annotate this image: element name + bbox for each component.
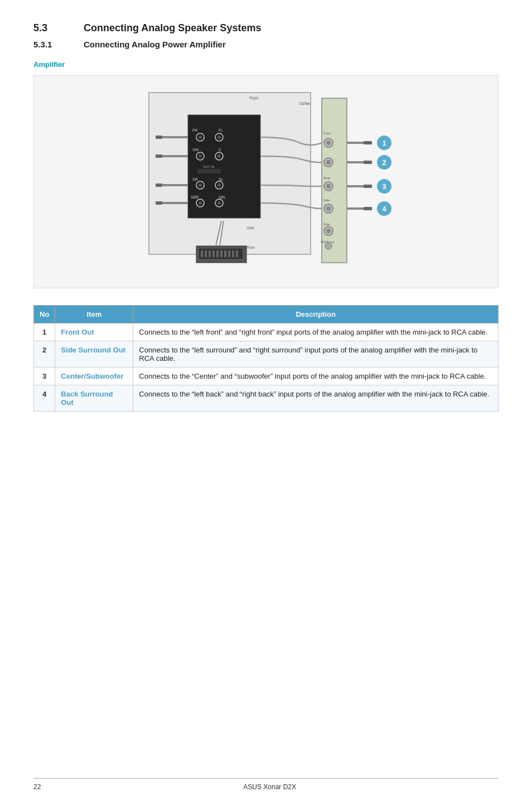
svg-rect-75 bbox=[201, 250, 203, 257]
svg-point-50 bbox=[326, 229, 331, 233]
svg-point-13 bbox=[217, 154, 221, 158]
cell-description: Connects to the “left surround” and “rig… bbox=[133, 341, 499, 368]
svg-rect-78 bbox=[212, 250, 215, 257]
svg-text:Side: Side bbox=[323, 199, 330, 202]
svg-text:SL: SL bbox=[219, 177, 224, 181]
info-table: No Item Description 1Front OutConnects t… bbox=[33, 305, 499, 412]
amplifier-diagram: FR FL SW C EXT IN SR SL SBR SBL bbox=[110, 87, 422, 277]
cell-item: Front Out bbox=[55, 323, 133, 341]
footer-product-name: ASUS Xonar D2X bbox=[243, 783, 296, 791]
svg-text:1: 1 bbox=[382, 139, 386, 147]
svg-rect-35 bbox=[156, 201, 162, 205]
svg-point-25 bbox=[199, 201, 202, 205]
svg-text:Right: Right bbox=[249, 96, 258, 100]
svg-text:SBL: SBL bbox=[219, 195, 226, 199]
col-header-no: No bbox=[34, 306, 55, 323]
table-row: 1Front OutConnects to the “left front” a… bbox=[34, 323, 499, 341]
svg-text:C: C bbox=[219, 148, 221, 152]
svg-point-21 bbox=[217, 183, 221, 187]
footer-page-number: 22 bbox=[33, 783, 41, 791]
section-number: 5.3 bbox=[33, 22, 67, 34]
cell-no: 4 bbox=[34, 385, 55, 412]
cell-description: Connects to the “left front” and “right … bbox=[133, 323, 499, 341]
svg-point-41 bbox=[326, 160, 331, 165]
diagram-container: FR FL SW C EXT IN SR SL SBR SBL bbox=[33, 75, 499, 288]
cell-no: 3 bbox=[34, 368, 55, 385]
svg-point-47 bbox=[326, 206, 331, 211]
svg-rect-82 bbox=[228, 250, 230, 257]
svg-text:2: 2 bbox=[382, 158, 386, 167]
svg-point-7 bbox=[217, 136, 221, 139]
svg-rect-56 bbox=[364, 161, 372, 164]
col-header-description: Description bbox=[133, 306, 499, 323]
svg-rect-80 bbox=[220, 250, 223, 257]
subsection-number: 5.3.1 bbox=[33, 40, 67, 49]
amplifier-label: Amplifier bbox=[33, 60, 499, 69]
svg-text:Rear: Rear bbox=[323, 223, 330, 226]
svg-rect-76 bbox=[205, 250, 207, 257]
section-header: 5.3 Connecting Analog Speaker Systems bbox=[33, 22, 499, 34]
cell-no: 2 bbox=[34, 341, 55, 368]
svg-text:SBR: SBR bbox=[191, 195, 199, 199]
cell-no: 1 bbox=[34, 323, 55, 341]
svg-text:Rear: Rear bbox=[246, 245, 255, 249]
table-row: 2Side Surround OutConnects to the “left … bbox=[34, 341, 499, 368]
subsection-title: Connecting Analog Power Amplifier bbox=[84, 40, 226, 49]
svg-rect-81 bbox=[224, 250, 226, 257]
svg-rect-33 bbox=[156, 183, 162, 187]
svg-rect-58 bbox=[364, 185, 372, 188]
svg-text:Front: Front bbox=[323, 132, 331, 135]
svg-text:FR: FR bbox=[192, 128, 197, 132]
svg-text:Side: Side bbox=[246, 226, 254, 230]
footer-bar: 22 ASUS Xonar D2X bbox=[33, 778, 499, 791]
svg-rect-15 bbox=[198, 170, 220, 173]
svg-point-27 bbox=[217, 201, 221, 205]
svg-text:SR: SR bbox=[192, 177, 198, 181]
table-row: 4Back Surround OutConnects to the “left … bbox=[34, 385, 499, 412]
svg-rect-60 bbox=[364, 207, 372, 210]
table-row: 3Center/SubwooferConnects to the “Center… bbox=[34, 368, 499, 385]
svg-rect-77 bbox=[209, 250, 211, 257]
svg-rect-29 bbox=[156, 136, 162, 139]
svg-point-39 bbox=[326, 141, 331, 145]
col-header-item: Item bbox=[55, 306, 133, 323]
svg-text:3: 3 bbox=[382, 182, 386, 191]
section-title: Connecting Analog Speaker Systems bbox=[84, 22, 261, 34]
svg-point-19 bbox=[199, 183, 202, 187]
cell-description: Connects to the “Center” and “subwoofer”… bbox=[133, 368, 499, 385]
svg-rect-54 bbox=[364, 141, 372, 144]
svg-rect-84 bbox=[236, 250, 238, 257]
svg-point-44 bbox=[326, 184, 331, 189]
svg-text:SW: SW bbox=[192, 148, 199, 152]
svg-rect-79 bbox=[216, 250, 219, 257]
svg-point-52 bbox=[325, 243, 332, 249]
svg-text:4: 4 bbox=[382, 205, 386, 213]
subsection-header: 5.3.1 Connecting Analog Power Amplifier bbox=[33, 40, 499, 49]
svg-text:EXT IN: EXT IN bbox=[204, 165, 214, 168]
cell-description: Connects to the “left back” and “right b… bbox=[133, 385, 499, 412]
svg-rect-31 bbox=[156, 154, 162, 158]
svg-point-11 bbox=[199, 154, 202, 158]
svg-text:Rear: Rear bbox=[323, 176, 330, 180]
svg-text:Ct/Sw: Ct/Sw bbox=[299, 102, 311, 105]
svg-point-5 bbox=[199, 136, 202, 139]
cell-item: Center/Subwoofer bbox=[55, 368, 133, 385]
svg-rect-36 bbox=[322, 98, 347, 263]
table-header-row: No Item Description bbox=[34, 306, 499, 323]
cell-item: Back Surround Out bbox=[55, 385, 133, 412]
cell-item: Side Surround Out bbox=[55, 341, 133, 368]
svg-text:FL: FL bbox=[219, 128, 223, 132]
svg-rect-83 bbox=[232, 250, 234, 257]
